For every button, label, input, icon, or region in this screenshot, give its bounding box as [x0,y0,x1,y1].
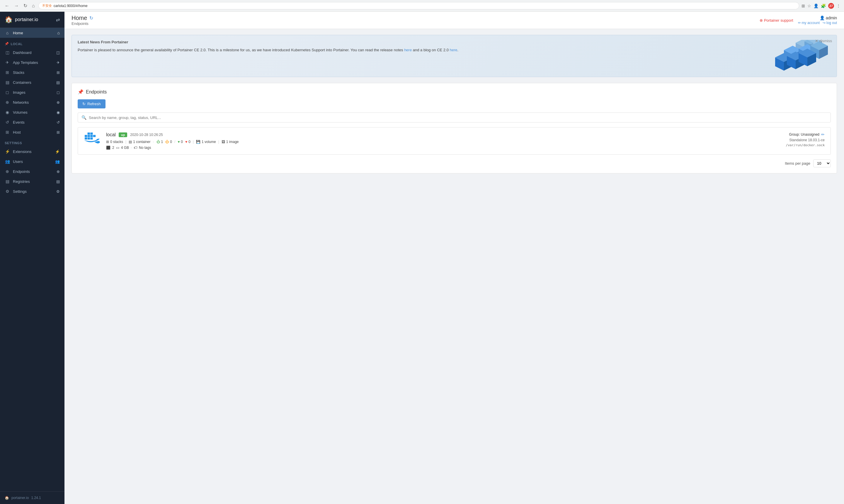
notification-badge[interactable]: 27 [828,3,834,9]
ram-value: 4 GB [121,146,129,150]
sidebar: 🏠 portainer.io ⇄ ⌂ Home ⌂ 📌 LOCAL ◫ Dash… [0,12,65,504]
sidebar-item-dashboard-label: Dashboard [13,50,32,55]
images-stat-value: 1 image [226,140,239,144]
profile-icon[interactable]: 👤 [813,3,819,8]
endpoint-group-text: Group: Unassigned [789,132,820,137]
reload-button[interactable]: ↻ [22,2,29,9]
logout-link[interactable]: ↪ log out [823,21,837,25]
endpoint-group: Group: Unassigned ✏ [766,132,825,137]
my-account-link[interactable]: ✏ my account [798,21,820,25]
news-banner: Latest News From Portainer Portainer is … [72,35,837,77]
per-page-select[interactable]: 10 25 50 100 [813,159,831,167]
sidebar-item-extensions-label: Extensions [13,149,32,154]
news-text: Portainer is pleased to announce the gen… [78,47,760,53]
logout-label: log out [826,21,837,25]
sidebar-item-host[interactable]: ⊞ Host ⊞ [0,127,65,137]
search-bar[interactable]: 🔍 [78,112,831,123]
sidebar-item-containers-label: Containers [13,80,31,85]
extensions-icon: ⚡ [5,149,10,154]
healthy-stat: ♥ 0 [178,140,183,144]
news-graphic-svg [769,40,828,72]
back-button[interactable]: ← [3,3,11,9]
sidebar-footer: 🏠 portainer.io 1.24.1 [0,491,65,504]
sidebar-item-containers[interactable]: ▤ Containers ▤ [0,77,65,87]
svg-point-33 [96,138,97,139]
page-title-area: Home ↻ Endpoints [72,15,93,26]
sidebar-item-dashboard[interactable]: ◫ Dashboard ◫ [0,48,65,57]
sidebar-logo: 🏠 portainer.io ⇄ [0,12,65,28]
endpoint-info: local up 2020-10-28 10:26:25 ⊞ 0 stacks … [106,132,761,150]
my-account-label: my account [802,21,820,25]
news-here1-link[interactable]: here [404,48,412,52]
svg-rect-28 [88,135,90,137]
extension-icon[interactable]: 🧩 [821,3,826,8]
news-here2-link[interactable]: here [450,48,457,52]
menu-icon[interactable]: ⋮ [837,3,841,8]
endpoint-header: local up 2020-10-28 10:26:25 [106,132,761,138]
endpoints-section: 📌 Endpoints ↻ Refresh 🔍 [72,83,837,174]
logo-text: portainer.io [15,17,38,22]
endpoint-status-badge: up [119,132,127,137]
sidebar-item-endpoints[interactable]: ⊕ Endpoints ⊕ [0,166,65,176]
stacks-stat-value: 0 stacks [110,140,123,144]
cpu-icon: ⬛ [106,146,110,150]
refresh-btn-label: Refresh [87,102,101,106]
stopped-stat: ⏻ 0 [165,140,172,144]
page-refresh-button[interactable]: ↻ [89,15,93,21]
sidebar-item-home-label: Home [13,31,23,35]
local-pin-icon: 📌 [5,42,9,46]
my-account-icon: ✏ [798,21,801,25]
endpoint-right: Group: Unassigned ✏ Standalone 18.03.1-c… [766,132,825,147]
running-stat: ⏻ 1 [157,140,163,144]
apptemplates-nav-icon2: ✈ [57,60,60,65]
forward-button[interactable]: → [13,3,20,9]
address-text: carlota1:9000/#/home [54,4,88,8]
volumes-stat-value: 1 volume [202,140,216,144]
admin-account-icon: 👤 [820,16,825,20]
address-bar[interactable]: 不安全 carlota1:9000/#/home [38,2,799,10]
translate-icon[interactable]: ⊞ [802,3,805,8]
sidebar-item-home[interactable]: ⌂ Home ⌂ [0,28,65,38]
endpoint-name[interactable]: local [106,132,116,138]
news-middle-text: and a blog on CE 2.0 [413,48,449,52]
sidebar-item-volumes[interactable]: ◉ Volumes ◉ [0,107,65,117]
pagination-area: Items per page 10 25 50 100 [78,159,831,167]
endpoint-timestamp: 2020-10-28 10:26:25 [130,133,163,137]
networks-icon: ⊕ [5,100,10,105]
sidebar-item-settings[interactable]: ⚙ Settings ⚙ [0,186,65,196]
sidebar-item-events[interactable]: ↺ Events ↺ [0,117,65,127]
browser-chrome: ← → ↻ ⌂ 不安全 carlota1:9000/#/home ⊞ ☆ 👤 🧩… [0,0,844,12]
dismiss-x-icon: ✕ [815,39,818,43]
portainer-support-link[interactable]: ⊗ Portainer support [759,18,793,22]
svg-rect-30 [93,135,95,137]
containers-stat: ▤ 1 container [129,140,150,144]
page-title-block: Home ↻ Endpoints [72,15,93,26]
admin-name-text: admin [826,16,837,20]
sidebar-item-stacks[interactable]: ⊞ Stacks ⊞ [0,67,65,77]
page-title: Home ↻ [72,15,93,21]
sidebar-item-networks[interactable]: ⊕ Networks ⊕ [0,97,65,107]
registries-nav-icon2: ▤ [56,179,60,184]
endpoint-version: Standalone 18.03.1-ce [766,138,825,142]
sidebar-item-registries[interactable]: ▤ Registries ▤ [0,176,65,186]
bookmark-icon[interactable]: ☆ [807,3,811,8]
images-stat: 🖼 1 image [221,140,239,144]
news-dismiss-button[interactable]: ✕ dismiss [815,39,832,43]
sidebar-item-images[interactable]: ◻ Images ◻ [0,87,65,97]
search-input[interactable] [89,115,827,120]
sidebar-item-users[interactable]: 👥 Users 👥 [0,157,65,166]
svg-rect-26 [90,138,93,140]
home-icon: ⌂ [5,31,10,35]
sidebar-item-extensions[interactable]: ⚡ Extensions ⚡ [0,146,65,157]
edit-group-icon[interactable]: ✏ [821,132,825,137]
volumes-stat-icon: 💾 [196,140,200,144]
sidebar-toggle[interactable]: ⇄ [56,17,60,22]
sidebar-item-registries-label: Registries [13,179,30,184]
home-browser-button[interactable]: ⌂ [31,3,36,9]
sidebar-item-images-label: Images [13,90,25,95]
refresh-button[interactable]: ↻ Refresh [78,99,106,108]
content-area: Latest News From Portainer Portainer is … [65,29,844,179]
sidebar-item-apptemplates[interactable]: ✈ App Templates ✈ [0,57,65,67]
endpoints-section-title: 📌 Endpoints [78,89,831,95]
events-nav-icon2: ↺ [57,120,60,125]
